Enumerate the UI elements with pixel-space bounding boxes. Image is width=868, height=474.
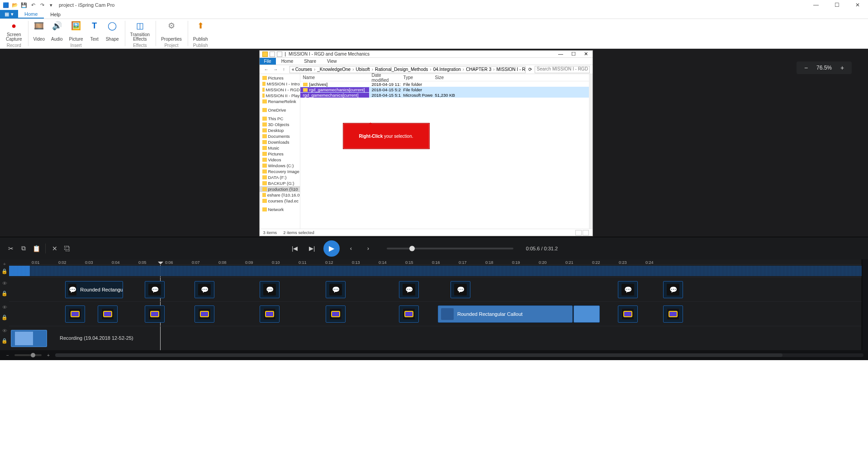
- tree-item[interactable]: OneDrive: [260, 107, 300, 113]
- playback-slider[interactable]: [387, 248, 513, 249]
- explorer-share-tab[interactable]: Share: [299, 58, 322, 65]
- insert-shape-button[interactable]: ◯Shape: [103, 20, 122, 42]
- tree-item[interactable]: Recovery Image: [260, 169, 300, 174]
- clip-callout[interactable]: [326, 281, 346, 298]
- tree-item[interactable]: BACKUP (G:): [260, 180, 300, 186]
- ribbon-tab-help[interactable]: Help: [44, 10, 67, 19]
- clip-shape[interactable]: [326, 305, 346, 323]
- clip-shape[interactable]: [663, 305, 683, 323]
- view-large-icon[interactable]: [583, 230, 589, 235]
- up-icon[interactable]: ↑: [281, 67, 287, 72]
- tree-item[interactable]: Pictures: [260, 75, 300, 81]
- tree-item[interactable]: Desktop: [260, 127, 300, 133]
- explorer-address-bar[interactable]: « Courses› _KnowledgeOne› Ubisoft› Ratio…: [289, 66, 525, 73]
- crop-button[interactable]: ⿻: [61, 242, 74, 255]
- tree-item[interactable]: Documents: [260, 133, 300, 139]
- clip-shape[interactable]: [194, 305, 214, 323]
- track-visible-icon[interactable]: 👁: [2, 305, 7, 310]
- clip-shape[interactable]: [618, 305, 638, 323]
- tree-item[interactable]: production (\\10: [260, 186, 300, 192]
- maximize-button[interactable]: ☐: [826, 0, 847, 10]
- tl-zoom-out-button[interactable]: −: [5, 353, 11, 358]
- clip-shape[interactable]: [65, 305, 85, 323]
- paste-button[interactable]: 📋: [30, 242, 43, 255]
- explorer-file-list[interactable]: Name Date modified Type Size [archives]2…: [300, 74, 589, 229]
- callout-track-2[interactable]: Rounded Rectangular Callout: [9, 301, 862, 326]
- tree-item[interactable]: 3D Objects: [260, 122, 300, 127]
- open-icon[interactable]: 📂: [12, 2, 18, 8]
- tree-item[interactable]: MISSION II - Play: [260, 93, 300, 99]
- explorer-nav-tree[interactable]: PicturesMISSION I - IntroMISSION I - RGD…: [260, 74, 300, 229]
- recording-track[interactable]: Recording (19.04.2018 12-52-25): [9, 326, 862, 350]
- tree-item[interactable]: MISSION I - RGD: [260, 87, 300, 93]
- minimize-button[interactable]: —: [806, 0, 826, 10]
- track-lock-icon[interactable]: 🔒: [1, 338, 8, 344]
- ribbon-tab-home[interactable]: Home: [18, 10, 44, 19]
- explorer-scrollbar[interactable]: [589, 74, 593, 229]
- tl-zoom-slider[interactable]: [14, 354, 42, 356]
- clip-shape[interactable]: [145, 305, 165, 323]
- timeline-ruler[interactable]: 0:010:020:030:040:050:060:070:080:090:10…: [9, 259, 862, 264]
- tree-item[interactable]: eshare (\\10.16.0: [260, 192, 300, 198]
- timeline-vscrollbar[interactable]: [862, 259, 868, 350]
- track-lock-icon[interactable]: 🔒: [1, 268, 8, 274]
- forward-icon[interactable]: →: [271, 67, 280, 72]
- tree-item[interactable]: Windows (C:): [260, 163, 300, 169]
- clip-shape[interactable]: [98, 305, 118, 323]
- tree-item[interactable]: Videos: [260, 157, 300, 163]
- list-row[interactable]: rgd_gamemechanics[current]2018-04-15 5:2…: [300, 87, 589, 92]
- clip-callout[interactable]: [194, 281, 214, 298]
- track-visible-icon[interactable]: 👁: [2, 328, 7, 333]
- clip-shape[interactable]: [260, 305, 280, 323]
- explorer-search-input[interactable]: Search MISSION I - RGD and ...: [535, 66, 590, 73]
- publish-button[interactable]: ⬆Publish: [190, 20, 211, 42]
- callout-track-1[interactable]: Rounded Rectangular Callout: [9, 277, 862, 301]
- track-lock-icon[interactable]: 🔒: [1, 291, 8, 296]
- tree-item[interactable]: Pictures: [260, 151, 300, 157]
- tree-item[interactable]: MISSION I - Intro: [260, 81, 300, 87]
- close-button[interactable]: ✕: [847, 0, 868, 10]
- insert-video-button[interactable]: 🎞️Video: [30, 20, 48, 42]
- ribbon-file-tab[interactable]: ▦▾: [0, 10, 18, 19]
- clip-callout[interactable]: [260, 281, 280, 298]
- prev-frame-button[interactable]: |◀: [289, 243, 301, 254]
- clip-callout[interactable]: [618, 281, 638, 298]
- track-visible-icon[interactable]: 👁: [2, 281, 7, 286]
- list-row[interactable]: rgd_gamemechanics[current]2018-04-15 5:1…: [300, 92, 589, 98]
- tree-item[interactable]: RenameRelink: [260, 99, 300, 104]
- add-track-button[interactable]: +: [3, 261, 6, 267]
- view-details-icon[interactable]: [575, 230, 582, 235]
- tree-item[interactable]: DATA (F:): [260, 174, 300, 180]
- cut-button[interactable]: ✂: [5, 242, 17, 255]
- tree-item[interactable]: Network: [260, 206, 300, 212]
- clip-callout[interactable]: [663, 281, 683, 298]
- explorer-close-button[interactable]: ✕: [580, 51, 593, 57]
- tl-zoom-in-button[interactable]: +: [45, 353, 52, 358]
- insert-text-button[interactable]: TText: [86, 20, 103, 42]
- qat-dropdown-icon[interactable]: ▾: [48, 2, 54, 8]
- list-columns[interactable]: Name Date modified Type Size: [300, 74, 589, 81]
- insert-picture-button[interactable]: 🖼️Picture: [66, 20, 86, 42]
- audio-track[interactable]: [9, 264, 862, 277]
- clip-shape[interactable]: [399, 305, 419, 323]
- list-row[interactable]: [archives]2018-04-19 11:11 ...File folde…: [300, 81, 589, 87]
- screen-capture-button[interactable]: ●ScreenCapture: [3, 20, 25, 42]
- explorer-view-tab[interactable]: View: [322, 58, 342, 65]
- insert-audio-button[interactable]: 🔊Audio: [48, 20, 66, 42]
- clip-callout[interactable]: [451, 281, 470, 298]
- delete-button[interactable]: ✕: [48, 242, 61, 255]
- timeline-hscrollbar[interactable]: [55, 353, 863, 357]
- redo-icon[interactable]: ↷: [39, 2, 45, 8]
- tree-item[interactable]: Music: [260, 145, 300, 151]
- copy-button[interactable]: ⧉: [17, 242, 30, 255]
- clip-callout[interactable]: [145, 281, 165, 298]
- zoom-out-button[interactable]: −: [803, 64, 809, 71]
- undo-icon[interactable]: ↶: [30, 2, 36, 8]
- explorer-file-tab[interactable]: File: [260, 58, 276, 65]
- step-fwd-button[interactable]: ›: [362, 243, 374, 254]
- tree-item[interactable]: Downloads: [260, 139, 300, 145]
- properties-button[interactable]: ⚙Properties: [158, 20, 185, 42]
- explorer-maximize-button[interactable]: ☐: [567, 51, 580, 57]
- explorer-home-tab[interactable]: Home: [276, 58, 299, 65]
- transition-effects-button[interactable]: ◫TransitionEffects: [127, 20, 153, 42]
